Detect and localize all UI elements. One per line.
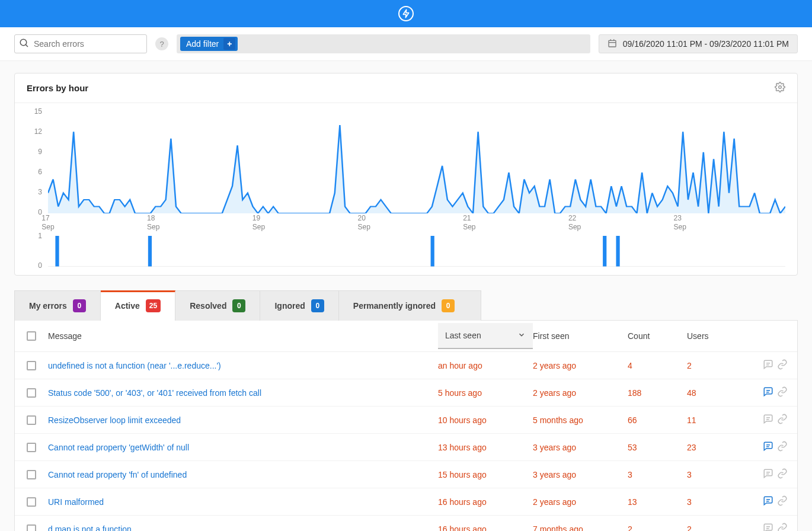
x-tick: 17Sep [41, 214, 54, 231]
errors-table: Message Last seen First seen Count Users… [14, 320, 798, 531]
count-value: 53 [628, 443, 687, 452]
users-value: 11 [687, 415, 746, 425]
comment-icon[interactable] [763, 414, 773, 426]
plus-icon: + [223, 38, 235, 50]
search-input[interactable] [14, 34, 147, 53]
tab-badge: 0 [311, 299, 324, 312]
tab-resolved[interactable]: Resolved0 [175, 290, 260, 321]
secondary-chart-area: 01 [15, 233, 797, 275]
row-select[interactable] [15, 415, 48, 425]
table-row: Status code '500', or '403', or '401' re… [15, 379, 797, 407]
users-value: 2 [687, 524, 746, 532]
svg-rect-2 [609, 40, 616, 47]
last-seen-value: an hour ago [438, 361, 533, 370]
checkbox-icon [27, 331, 36, 341]
table-row: Cannot read property 'fn' of undefined15… [15, 461, 797, 488]
y-tick: 0 [38, 261, 42, 270]
checkbox-icon [27, 388, 36, 398]
table-row: ResizeObserver loop limit exceeded10 hou… [15, 407, 797, 434]
last-seen-value: 13 hours ago [438, 443, 533, 452]
svg-rect-8 [148, 236, 152, 267]
comment-icon[interactable] [763, 468, 773, 481]
row-actions [746, 414, 788, 426]
search-icon [19, 38, 30, 50]
table-header-row: Message Last seen First seen Count Users [15, 321, 797, 352]
comment-icon[interactable] [763, 359, 773, 372]
error-message-link[interactable]: URI malformed [48, 497, 438, 507]
error-message-link[interactable]: Status code '500', or '403', or '401' re… [48, 388, 438, 398]
row-select[interactable] [15, 470, 48, 479]
gear-icon[interactable] [775, 82, 785, 94]
link-icon[interactable] [777, 386, 788, 399]
app-topbar [0, 0, 812, 27]
tab-label: Ignored [274, 301, 305, 311]
table-row: d.map is not a function16 hours ago7 mon… [15, 516, 797, 531]
checkbox-icon [27, 470, 36, 479]
checkbox-icon [27, 524, 36, 532]
tab-ignored[interactable]: Ignored0 [260, 290, 338, 321]
count-value: 2 [628, 524, 687, 532]
add-filter-button[interactable]: Add filter + [180, 37, 238, 51]
col-message[interactable]: Message [48, 331, 438, 341]
errors-chart-panel: Errors by hour 0369121517Sep18Sep19Sep20… [14, 73, 798, 276]
col-users[interactable]: Users [687, 331, 746, 341]
error-message-link[interactable]: Cannot read property 'getWidth' of null [48, 443, 438, 452]
link-icon[interactable] [777, 495, 788, 508]
help-button[interactable]: ? [155, 37, 168, 50]
first-seen-value: 3 years ago [533, 443, 628, 452]
comment-icon[interactable] [763, 386, 773, 399]
x-tick: 21Sep [463, 214, 475, 231]
comment-icon[interactable] [763, 441, 773, 453]
calendar-icon [608, 39, 617, 50]
row-actions [746, 441, 788, 453]
main-chart-area: 0369121517Sep18Sep19Sep20Sep21Sep22Sep23… [15, 103, 797, 233]
select-all-cell[interactable] [15, 331, 48, 341]
row-select[interactable] [15, 361, 48, 370]
y-tick: 9 [38, 148, 42, 156]
link-icon[interactable] [777, 523, 788, 531]
error-message-link[interactable]: d.map is not a function [48, 524, 438, 532]
tab-badge: 25 [146, 299, 161, 312]
error-message-link[interactable]: undefined is not a function (near '...e.… [48, 361, 438, 370]
link-icon[interactable] [777, 414, 788, 426]
filter-bar[interactable]: Add filter + [177, 34, 590, 53]
error-message-link[interactable]: ResizeObserver loop limit exceeded [48, 415, 438, 425]
row-select[interactable] [15, 388, 48, 398]
count-value: 3 [628, 470, 687, 479]
x-tick: 18Sep [147, 214, 159, 231]
users-value: 3 [687, 497, 746, 507]
tab-active[interactable]: Active25 [101, 290, 175, 321]
x-tick: 20Sep [357, 214, 370, 231]
first-seen-value: 7 months ago [533, 524, 628, 532]
link-icon[interactable] [777, 359, 788, 372]
count-value: 13 [628, 497, 687, 507]
date-range-picker[interactable]: 09/16/2020 11:01 PM - 09/23/2020 11:01 P… [599, 34, 798, 53]
comment-icon[interactable] [763, 523, 773, 531]
toolbar: ? Add filter + 09/16/2020 11:01 PM - 09/… [0, 27, 812, 61]
link-icon[interactable] [777, 468, 788, 481]
comment-icon[interactable] [763, 495, 773, 508]
date-range-text: 09/16/2020 11:01 PM - 09/23/2020 11:01 P… [623, 39, 789, 49]
row-select[interactable] [15, 497, 48, 507]
tab-label: My errors [29, 301, 67, 311]
tab-perm-ignored[interactable]: Permanently ignored0 [339, 290, 481, 321]
tab-my-errors[interactable]: My errors0 [14, 290, 101, 321]
last-seen-value: 10 hours ago [438, 415, 533, 425]
count-value: 66 [628, 415, 687, 425]
col-last-seen[interactable]: Last seen [438, 323, 533, 349]
error-message-link[interactable]: Cannot read property 'fn' of undefined [48, 470, 438, 479]
row-select[interactable] [15, 524, 48, 532]
count-value: 188 [628, 388, 687, 398]
checkbox-icon [27, 497, 36, 507]
x-tick: 22Sep [568, 214, 581, 231]
row-actions [746, 386, 788, 399]
users-value: 23 [687, 443, 746, 452]
checkbox-icon [27, 415, 36, 425]
col-count[interactable]: Count [628, 331, 687, 341]
col-first-seen[interactable]: First seen [533, 331, 628, 341]
first-seen-value: 2 years ago [533, 361, 628, 370]
first-seen-value: 2 years ago [533, 388, 628, 398]
row-select[interactable] [15, 443, 48, 452]
tab-badge: 0 [442, 299, 455, 312]
link-icon[interactable] [777, 441, 788, 453]
